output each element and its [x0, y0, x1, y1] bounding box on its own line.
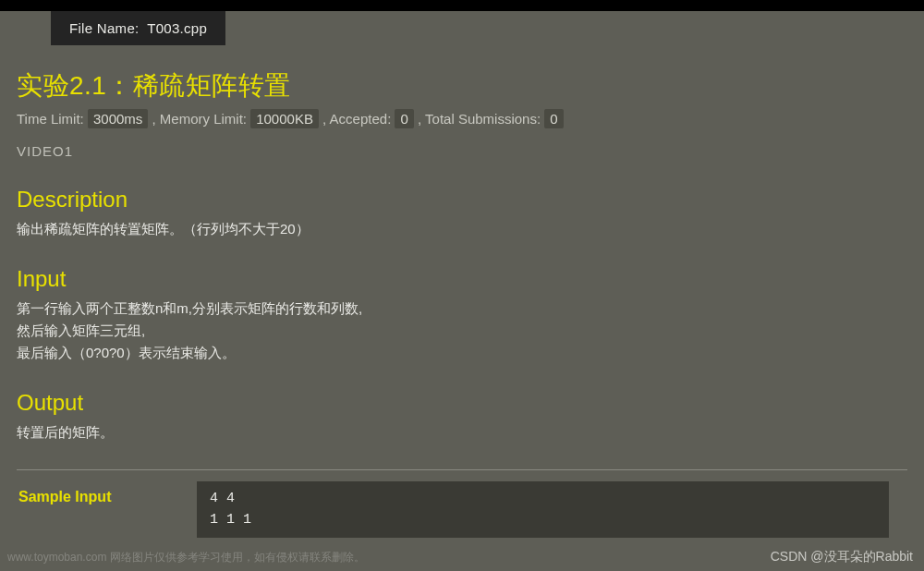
divider	[17, 469, 907, 470]
top-bar	[0, 0, 924, 11]
watermark-right: CSDN @没耳朵的Rabbit	[771, 549, 913, 565]
video-label: VIDEO1	[17, 143, 907, 159]
accepted-value: 0	[395, 109, 413, 128]
memory-limit-value: 10000KB	[250, 109, 319, 128]
accepted-label: , Accepted:	[322, 111, 391, 127]
output-text: 转置后的矩阵。	[17, 421, 907, 443]
problem-content: 实验2.1：稀疏矩阵转置 Time Limit: 3000ms , Memory…	[0, 45, 924, 538]
watermark-left: www.toymoban.com 网络图片仅供参考学习使用，如有侵权请联系删除。	[7, 550, 365, 565]
description-heading: Description	[17, 187, 907, 213]
submissions-label: , Total Submissions:	[418, 111, 541, 127]
file-name-tab[interactable]: File Name: T003.cpp	[51, 11, 225, 45]
sample-input-content: 4 4 1 1 1	[197, 481, 889, 538]
limits-line: Time Limit: 3000ms , Memory Limit: 10000…	[17, 111, 907, 127]
input-text: 第一行输入两个正整数n和m,分别表示矩阵的行数和列数, 然后输入矩阵三元组, 最…	[17, 298, 907, 364]
description-text: 输出稀疏矩阵的转置矩阵。（行列均不大于20）	[17, 218, 907, 240]
memory-limit-label: , Memory Limit:	[152, 111, 248, 127]
file-name-label: File Name:	[69, 20, 140, 36]
sample-input-label: Sample Input	[17, 481, 197, 505]
submissions-value: 0	[544, 109, 563, 128]
sample-input-row: Sample Input 4 4 1 1 1	[17, 481, 907, 538]
problem-title: 实验2.1：稀疏矩阵转置	[17, 68, 907, 103]
time-limit-value: 3000ms	[88, 109, 148, 128]
output-heading: Output	[17, 390, 907, 416]
input-heading: Input	[17, 266, 907, 292]
time-limit-label: Time Limit:	[17, 111, 84, 127]
file-name-value: T003.cpp	[147, 20, 207, 36]
